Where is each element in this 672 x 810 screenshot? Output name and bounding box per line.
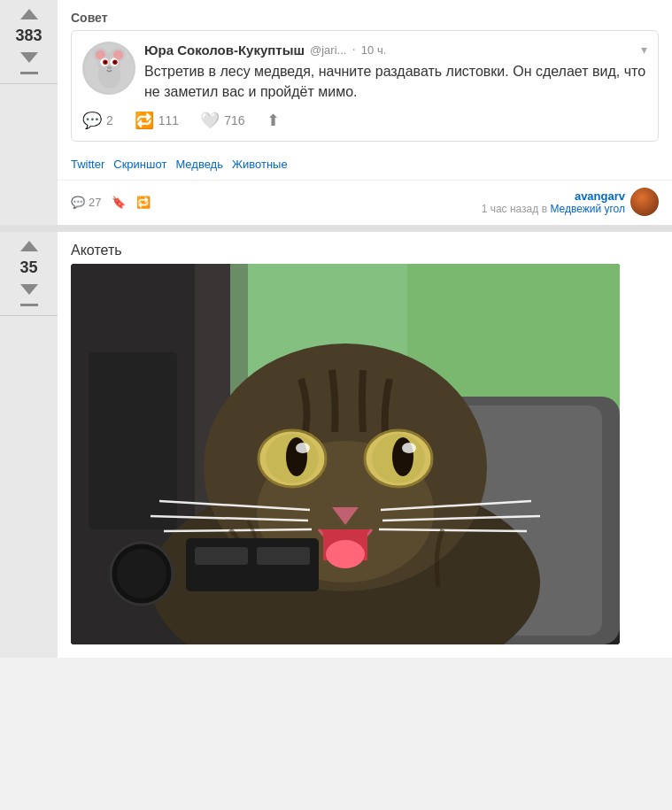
post-tags: Twitter Скриншот Медведь Животные xyxy=(58,150,672,180)
posts-divider xyxy=(0,225,672,232)
upvote-button-2[interactable] xyxy=(20,241,38,251)
tag-screenshot[interactable]: Скриншот xyxy=(113,158,166,171)
tweet-author-name: Юра Соколов-Кукуптыш xyxy=(144,42,305,58)
post-2-title-text: Акотеть xyxy=(71,243,122,258)
svg-point-35 xyxy=(402,443,416,453)
tweet-comment-icon: 💬 xyxy=(82,111,102,130)
vote-sidebar-1: 383 xyxy=(0,0,58,225)
meta-comment-count: 27 xyxy=(89,196,101,209)
svg-point-12 xyxy=(113,60,116,63)
vote-count-1: 383 xyxy=(15,27,42,45)
post-2-title: Акотеть xyxy=(58,232,672,264)
meta-retweet-action[interactable]: 🔁 xyxy=(136,196,151,209)
meta-time-text: 1 час назад xyxy=(482,203,539,215)
meta-comment-action[interactable]: 💬 27 xyxy=(71,196,101,209)
vote-count-2: 35 xyxy=(19,258,37,277)
tweet-card: Юра Соколов-Кукуптыш @jari... · 10 ч. ▾ … xyxy=(71,30,659,142)
tweet-comment-count: 2 xyxy=(106,113,113,127)
tweet-retweet-icon: 🔁 xyxy=(135,111,154,130)
tweet-dot: · xyxy=(351,42,355,58)
meta-bookmark-action[interactable]: 🔖 xyxy=(112,196,126,209)
tweet-avatar xyxy=(82,42,135,95)
post-meta-left: 💬 27 🔖 🔁 xyxy=(71,196,151,209)
tweet-author-line: Юра Соколов-Кукуптыш @jari... · 10 ч. ▾ xyxy=(144,42,647,58)
upvote-button-1[interactable] xyxy=(20,9,38,19)
cat-image xyxy=(71,264,620,644)
tweet-time: 10 ч. xyxy=(361,43,386,57)
vote-block-1: 383 xyxy=(0,0,58,84)
tweet-like-action[interactable]: 🤍 716 xyxy=(200,111,244,130)
svg-rect-47 xyxy=(195,547,248,565)
post-1: 383 Совет xyxy=(0,0,672,225)
tweet-share-action[interactable]: ⬆ xyxy=(266,111,280,130)
tweet-like-icon: 🤍 xyxy=(200,111,220,130)
tag-twitter[interactable]: Twitter xyxy=(71,158,104,171)
tweet-top: Юра Соколов-Кукуптыш @jari... · 10 ч. ▾ … xyxy=(82,42,647,111)
page-wrapper: 383 Совет xyxy=(0,0,672,658)
tweet-actions: 💬 2 🔁 111 🤍 716 ⬆ xyxy=(82,111,647,130)
vote-minus-1[interactable] xyxy=(20,72,38,74)
tweet-handle: @jari... xyxy=(310,43,346,57)
post-1-title-text: Совет xyxy=(71,11,108,25)
tweet-comment-action[interactable]: 💬 2 xyxy=(82,111,113,130)
post-meta-right: avangarv 1 час назад в Медвежий угол xyxy=(482,188,659,216)
meta-bookmark-icon: 🔖 xyxy=(112,196,126,209)
cat-image-container xyxy=(71,264,620,644)
svg-rect-22 xyxy=(89,352,177,529)
svg-point-11 xyxy=(104,60,106,63)
cat-svg xyxy=(71,264,620,644)
downvote-button-1[interactable] xyxy=(20,52,38,63)
downvote-button-2[interactable] xyxy=(20,284,38,295)
post-2: 35 Акотеть xyxy=(0,232,672,658)
meta-info: avangarv 1 час назад в Медвежий угол xyxy=(482,189,625,215)
tweet-share-icon: ⬆ xyxy=(266,111,280,130)
tweet-text: Встретив в лесу медведя, начните раздава… xyxy=(144,61,647,102)
post-2-content: Акотеть xyxy=(58,232,672,658)
meta-author-name[interactable]: avangarv xyxy=(575,189,625,203)
vote-sidebar-2: 35 xyxy=(0,232,58,658)
avatar-image xyxy=(85,44,134,93)
tweet-retweet-count: 111 xyxy=(158,113,179,127)
tweet-dropdown-button[interactable]: ▾ xyxy=(641,42,647,57)
svg-point-45 xyxy=(117,549,166,598)
svg-rect-48 xyxy=(257,547,310,565)
tweet-right: Юра Соколов-Кукуптыш @jari... · 10 ч. ▾ … xyxy=(144,42,647,111)
post-meta-row: 💬 27 🔖 🔁 avangarv xyxy=(58,180,672,225)
tweet-retweet-action[interactable]: 🔁 111 xyxy=(135,111,179,130)
svg-point-37 xyxy=(326,540,365,568)
meta-community-link[interactable]: Медвежий угол xyxy=(550,203,625,215)
tag-bear[interactable]: Медведь xyxy=(175,158,223,171)
meta-author-avatar xyxy=(630,188,659,216)
vote-minus-2[interactable] xyxy=(20,304,38,306)
post-1-title: Совет xyxy=(58,0,672,30)
svg-point-13 xyxy=(106,66,112,69)
vote-block-2: 35 xyxy=(0,232,58,316)
meta-retweet-icon: 🔁 xyxy=(136,196,151,209)
meta-in-text: в xyxy=(542,203,551,215)
meta-comment-icon: 💬 xyxy=(71,196,85,209)
tag-animals[interactable]: Животные xyxy=(232,158,288,171)
svg-point-34 xyxy=(296,443,310,453)
tweet-like-count: 716 xyxy=(224,113,244,127)
post-1-content: Совет xyxy=(58,0,672,225)
